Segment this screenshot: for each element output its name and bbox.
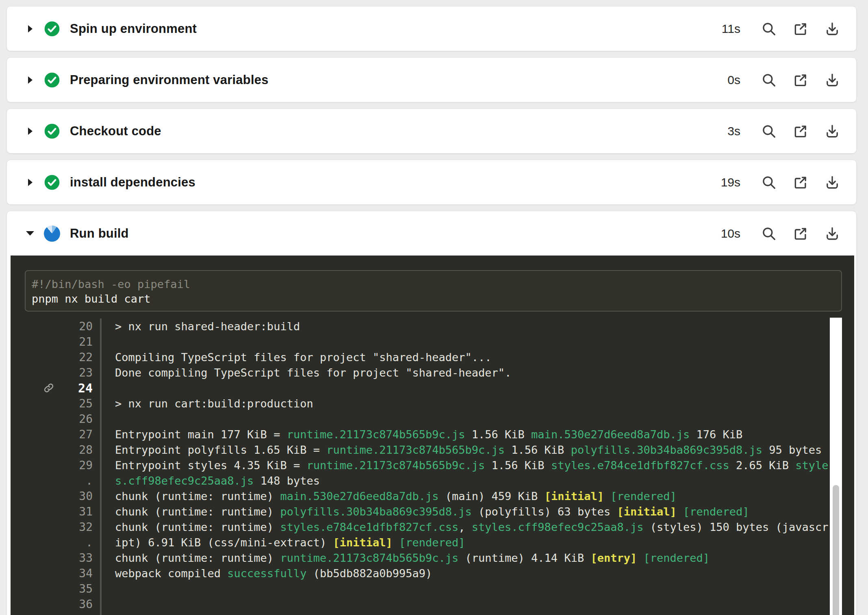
- log-segment-default: (polyfills) 63 bytes: [472, 505, 617, 518]
- line-text: [100, 581, 854, 596]
- line-number: 25: [11, 397, 93, 410]
- step-label: Preparing environment variables: [70, 73, 269, 87]
- line-number: 27: [11, 428, 93, 441]
- download-log-button[interactable]: [823, 225, 841, 243]
- search-logs-button[interactable]: [760, 71, 778, 89]
- line-text: > nx run cart:build:production: [100, 396, 854, 411]
- search-logs-button[interactable]: [760, 225, 778, 243]
- log-segment-green: styles.e784ce1dfbf827cf.css: [551, 459, 729, 472]
- caret-shape: [28, 25, 33, 32]
- line-number: 23: [11, 366, 93, 379]
- line-text: chunk (runtime: runtime) polyfills.30b34…: [100, 504, 854, 519]
- success-check-icon: [44, 123, 60, 139]
- expand-caret-icon[interactable]: [26, 25, 34, 32]
- line-text: ipt) 6.91 KiB (css/mini-extract) [initia…: [100, 535, 854, 550]
- step-header-preparing-environment-variables[interactable]: Preparing environment variables0s: [7, 58, 856, 102]
- step-header-run-build[interactable]: Run build10s: [7, 211, 856, 256]
- log-segment-default: ,: [458, 521, 472, 533]
- expand-caret-icon[interactable]: [26, 179, 34, 186]
- line-number: 31: [11, 505, 93, 518]
- step-header-spin-up-environment[interactable]: Spin up environment11s: [7, 6, 856, 51]
- line-link-icon[interactable]: [43, 382, 54, 394]
- line-number: 33: [11, 551, 93, 565]
- line-text: webpack compiled successfully (bb5db882a…: [100, 565, 854, 581]
- log-line: 32chunk (runtime: runtime) styles.e784ce…: [11, 519, 854, 535]
- line-text: Entrypoint main 177 KiB = runtime.21173c…: [100, 427, 854, 442]
- line-text: s.cff98efec9c25aa8.js 148 bytes: [100, 473, 854, 488]
- log-line: 26: [11, 411, 854, 427]
- download-log-button[interactable]: [823, 20, 841, 38]
- search-logs-button[interactable]: [760, 173, 778, 191]
- collapse-caret-icon[interactable]: [26, 231, 34, 236]
- open-in-new-button[interactable]: [792, 122, 809, 140]
- success-check-icon: [44, 21, 60, 37]
- log-scrollbar-thumb[interactable]: [833, 485, 839, 615]
- step-header-checkout-code[interactable]: Checkout code3s: [7, 109, 856, 153]
- log-segment-default: Entrypoint polyfills 1.65 KiB =: [115, 444, 326, 456]
- line-text: [100, 411, 854, 427]
- log-segment-default: 176 KiB: [690, 428, 742, 441]
- log-segment-default: 95 bytes: [762, 444, 822, 456]
- open-in-new-button[interactable]: [792, 173, 809, 191]
- log-segment-default: chunk (runtime: runtime): [115, 521, 280, 533]
- log-segment-default: [677, 505, 683, 518]
- open-in-new-icon: [793, 123, 808, 139]
- download-log-button[interactable]: [823, 173, 841, 191]
- log-scrollbar-track[interactable]: [830, 318, 842, 615]
- step-card-run-build: Run build10s #!/bin/bash -eo pipefail pn…: [7, 211, 857, 615]
- log-segment-green: styles.e784ce1dfbf827cf.css: [280, 521, 458, 533]
- line-number: .: [11, 474, 93, 487]
- build-steps-page: Spin up environment11sPreparing environm…: [0, 0, 868, 615]
- log-segment-default: > nx run shared-header:build: [115, 320, 300, 333]
- line-text: [100, 596, 854, 612]
- step-label: Spin up environment: [70, 22, 197, 36]
- caret-shape: [28, 76, 33, 84]
- expand-caret-icon[interactable]: [26, 128, 34, 135]
- log-segment-green: successfully: [227, 567, 306, 580]
- log-segment-green: styles.cff98efec9c25aa8.js: [472, 521, 644, 533]
- search-logs-button[interactable]: [760, 20, 778, 38]
- line-number: 37: [11, 613, 93, 615]
- success-check-icon: [44, 174, 60, 191]
- log-line: 33chunk (runtime: runtime) runtime.21173…: [11, 550, 854, 565]
- log-segment-green: main.530e27d6eed8a7db.js: [280, 490, 438, 502]
- log-segment-green: runtime.21173c874b565b9c.js: [306, 459, 485, 472]
- line-number: 29: [11, 459, 93, 472]
- step-list: Spin up environment11sPreparing environm…: [0, 6, 868, 615]
- log-segment-green: [rendered]: [610, 490, 677, 502]
- download-icon: [825, 226, 840, 241]
- log-segment-yellow: [initial]: [333, 536, 392, 549]
- line-number: 20: [11, 320, 93, 333]
- log-segment-default: (main) 459 KiB: [439, 490, 545, 502]
- open-in-new-button[interactable]: [792, 71, 809, 89]
- step-duration: 11s: [711, 22, 740, 36]
- step-card-checkout-code: Checkout code3s: [7, 108, 857, 154]
- log-segment-green: polyfills.30b34ba869c395d8.js: [571, 444, 762, 456]
- log-line: 21: [11, 334, 854, 349]
- step-card-spin-up-environment: Spin up environment11s: [7, 6, 857, 51]
- line-number: 22: [11, 351, 93, 364]
- step-header-install-dependencies[interactable]: install dependencies19s: [7, 160, 856, 204]
- download-log-button[interactable]: [823, 122, 841, 140]
- line-text: chunk (runtime: runtime) runtime.21173c8…: [100, 550, 854, 565]
- log-segment-default: Entrypoint main 177 KiB =: [115, 428, 287, 441]
- open-in-new-icon: [793, 226, 808, 241]
- expand-caret-icon[interactable]: [26, 76, 34, 84]
- log-line: 35: [11, 581, 854, 596]
- step-card-install-dependencies: install dependencies19s: [7, 160, 857, 205]
- log-segment-default: [637, 552, 643, 564]
- open-in-new-button[interactable]: [792, 225, 809, 243]
- success-check-icon: [44, 72, 60, 88]
- step-label: Run build: [70, 226, 129, 241]
- open-in-new-button[interactable]: [792, 20, 809, 38]
- download-log-button[interactable]: [823, 71, 841, 89]
- search-icon: [761, 123, 777, 139]
- log-segment-green: [rendered]: [643, 552, 710, 564]
- log-segment-green: s.cff98efec9c25aa8.js: [115, 474, 254, 487]
- log-line: 22Compiling TypeScript files for project…: [11, 349, 854, 365]
- line-number: .: [11, 536, 93, 549]
- log-segment-default: Done compiling TypeScript files for proj…: [115, 366, 511, 379]
- log-segment-default: 1.56 KiB: [485, 459, 551, 472]
- search-logs-button[interactable]: [760, 122, 778, 140]
- log-line: 28Entrypoint polyfills 1.65 KiB = runtim…: [11, 442, 854, 457]
